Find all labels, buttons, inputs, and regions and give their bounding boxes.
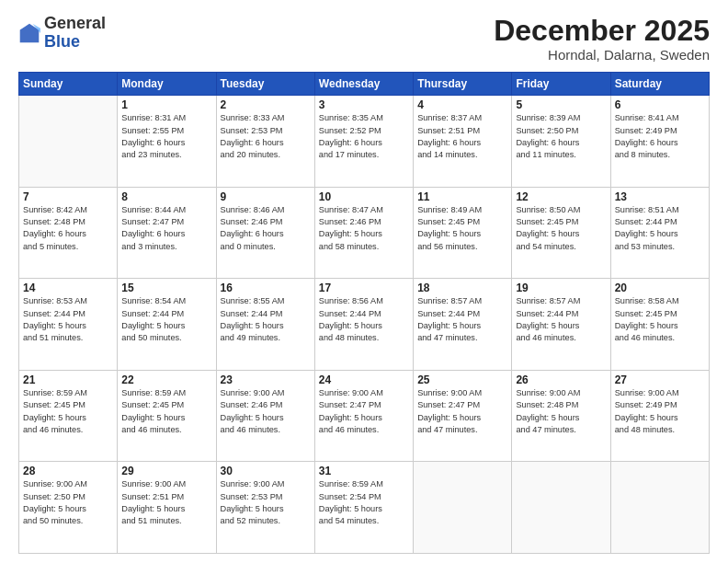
logo-icon — [18, 22, 40, 44]
day-info: Sunrise: 9:00 AM Sunset: 2:50 PM Dayligh… — [23, 478, 113, 527]
day-info: Sunrise: 9:00 AM Sunset: 2:48 PM Dayligh… — [516, 387, 606, 436]
table-row — [19, 96, 118, 188]
calendar-week-1: 1Sunrise: 8:31 AM Sunset: 2:55 PM Daylig… — [19, 96, 710, 188]
day-info: Sunrise: 8:54 AM Sunset: 2:44 PM Dayligh… — [121, 295, 211, 344]
table-row: 16Sunrise: 8:55 AM Sunset: 2:44 PM Dayli… — [216, 279, 314, 371]
day-info: Sunrise: 9:00 AM Sunset: 2:46 PM Dayligh… — [221, 387, 311, 436]
col-wednesday: Wednesday — [314, 73, 413, 96]
day-info: Sunrise: 9:00 AM Sunset: 2:51 PM Dayligh… — [121, 478, 211, 527]
day-info: Sunrise: 8:37 AM Sunset: 2:51 PM Dayligh… — [417, 112, 507, 161]
day-number: 10 — [319, 190, 409, 203]
day-info: Sunrise: 8:39 AM Sunset: 2:50 PM Dayligh… — [516, 112, 606, 161]
table-row: 13Sunrise: 8:51 AM Sunset: 2:44 PM Dayli… — [610, 187, 709, 279]
day-info: Sunrise: 8:53 AM Sunset: 2:44 PM Dayligh… — [23, 295, 113, 344]
day-number: 2 — [221, 98, 311, 111]
day-number: 11 — [417, 190, 507, 203]
col-monday: Monday — [118, 73, 216, 96]
day-number: 13 — [615, 190, 705, 203]
day-number: 21 — [23, 373, 113, 386]
table-row: 4Sunrise: 8:37 AM Sunset: 2:51 PM Daylig… — [414, 96, 512, 188]
day-number: 25 — [417, 373, 507, 386]
day-number: 9 — [221, 190, 311, 203]
table-row: 19Sunrise: 8:57 AM Sunset: 2:44 PM Dayli… — [512, 279, 610, 371]
day-number: 20 — [615, 282, 705, 294]
table-row: 11Sunrise: 8:49 AM Sunset: 2:45 PM Dayli… — [414, 187, 512, 279]
table-row: 29Sunrise: 9:00 AM Sunset: 2:51 PM Dayli… — [118, 462, 216, 554]
table-row: 31Sunrise: 8:59 AM Sunset: 2:54 PM Dayli… — [314, 462, 413, 554]
day-info: Sunrise: 8:47 AM Sunset: 2:46 PM Dayligh… — [319, 204, 409, 253]
table-row: 3Sunrise: 8:35 AM Sunset: 2:52 PM Daylig… — [314, 96, 413, 188]
month-title: December 2025 — [494, 15, 710, 47]
day-number: 24 — [319, 373, 409, 386]
logo-blue: Blue — [44, 32, 80, 51]
header: General Blue December 2025 Horndal, Dala… — [18, 15, 710, 63]
logo: General Blue — [18, 15, 106, 52]
day-number: 28 — [23, 465, 113, 477]
calendar-week-5: 28Sunrise: 9:00 AM Sunset: 2:50 PM Dayli… — [19, 462, 710, 554]
table-row: 26Sunrise: 9:00 AM Sunset: 2:48 PM Dayli… — [512, 370, 610, 462]
day-info: Sunrise: 9:00 AM Sunset: 2:49 PM Dayligh… — [615, 387, 705, 436]
day-number: 29 — [121, 465, 211, 477]
day-number: 5 — [516, 98, 606, 111]
day-number: 15 — [121, 282, 211, 294]
col-sunday: Sunday — [19, 73, 118, 96]
table-row: 25Sunrise: 9:00 AM Sunset: 2:47 PM Dayli… — [414, 370, 512, 462]
col-thursday: Thursday — [414, 73, 512, 96]
day-number: 3 — [319, 98, 409, 111]
day-info: Sunrise: 8:57 AM Sunset: 2:44 PM Dayligh… — [417, 295, 507, 344]
table-row: 2Sunrise: 8:33 AM Sunset: 2:53 PM Daylig… — [216, 96, 314, 188]
day-info: Sunrise: 8:50 AM Sunset: 2:45 PM Dayligh… — [516, 204, 606, 253]
table-row: 30Sunrise: 9:00 AM Sunset: 2:53 PM Dayli… — [216, 462, 314, 554]
day-info: Sunrise: 8:57 AM Sunset: 2:44 PM Dayligh… — [516, 295, 606, 344]
day-info: Sunrise: 9:00 AM Sunset: 2:53 PM Dayligh… — [221, 478, 311, 527]
calendar-week-2: 7Sunrise: 8:42 AM Sunset: 2:48 PM Daylig… — [19, 187, 710, 279]
day-info: Sunrise: 8:51 AM Sunset: 2:44 PM Dayligh… — [615, 204, 705, 253]
table-row: 20Sunrise: 8:58 AM Sunset: 2:45 PM Dayli… — [610, 279, 709, 371]
table-row: 8Sunrise: 8:44 AM Sunset: 2:47 PM Daylig… — [118, 187, 216, 279]
day-number: 4 — [417, 98, 507, 111]
location-subtitle: Horndal, Dalarna, Sweden — [494, 47, 710, 63]
day-info: Sunrise: 8:33 AM Sunset: 2:53 PM Dayligh… — [221, 112, 311, 161]
day-info: Sunrise: 8:44 AM Sunset: 2:47 PM Dayligh… — [121, 204, 211, 253]
day-info: Sunrise: 9:00 AM Sunset: 2:47 PM Dayligh… — [417, 387, 507, 436]
calendar-week-4: 21Sunrise: 8:59 AM Sunset: 2:45 PM Dayli… — [19, 370, 710, 462]
table-row: 7Sunrise: 8:42 AM Sunset: 2:48 PM Daylig… — [19, 187, 118, 279]
table-row: 15Sunrise: 8:54 AM Sunset: 2:44 PM Dayli… — [118, 279, 216, 371]
logo-text: General Blue — [44, 15, 106, 52]
day-number: 7 — [23, 190, 113, 203]
col-tuesday: Tuesday — [216, 73, 314, 96]
logo-general: General — [44, 14, 106, 32]
table-row: 24Sunrise: 9:00 AM Sunset: 2:47 PM Dayli… — [314, 370, 413, 462]
table-row — [610, 462, 709, 554]
day-number: 27 — [615, 373, 705, 386]
day-info: Sunrise: 8:59 AM Sunset: 2:45 PM Dayligh… — [121, 387, 211, 436]
day-info: Sunrise: 8:46 AM Sunset: 2:46 PM Dayligh… — [221, 204, 311, 253]
table-row: 10Sunrise: 8:47 AM Sunset: 2:46 PM Dayli… — [314, 187, 413, 279]
day-info: Sunrise: 8:56 AM Sunset: 2:44 PM Dayligh… — [319, 295, 409, 344]
calendar-header-row: Sunday Monday Tuesday Wednesday Thursday… — [19, 73, 710, 96]
day-number: 6 — [615, 98, 705, 111]
page: General Blue December 2025 Horndal, Dala… — [0, 0, 728, 563]
day-number: 12 — [516, 190, 606, 203]
day-number: 14 — [23, 282, 113, 294]
table-row: 1Sunrise: 8:31 AM Sunset: 2:55 PM Daylig… — [118, 96, 216, 188]
table-row: 12Sunrise: 8:50 AM Sunset: 2:45 PM Dayli… — [512, 187, 610, 279]
day-number: 16 — [221, 282, 311, 294]
day-number: 8 — [121, 190, 211, 203]
table-row: 17Sunrise: 8:56 AM Sunset: 2:44 PM Dayli… — [314, 279, 413, 371]
day-info: Sunrise: 8:55 AM Sunset: 2:44 PM Dayligh… — [221, 295, 311, 344]
day-number: 30 — [221, 465, 311, 477]
table-row: 6Sunrise: 8:41 AM Sunset: 2:49 PM Daylig… — [610, 96, 709, 188]
day-number: 18 — [417, 282, 507, 294]
table-row: 27Sunrise: 9:00 AM Sunset: 2:49 PM Dayli… — [610, 370, 709, 462]
calendar-week-3: 14Sunrise: 8:53 AM Sunset: 2:44 PM Dayli… — [19, 279, 710, 371]
day-number: 26 — [516, 373, 606, 386]
day-number: 22 — [121, 373, 211, 386]
day-info: Sunrise: 8:49 AM Sunset: 2:45 PM Dayligh… — [417, 204, 507, 253]
day-number: 23 — [221, 373, 311, 386]
day-info: Sunrise: 8:31 AM Sunset: 2:55 PM Dayligh… — [121, 112, 211, 161]
day-info: Sunrise: 8:41 AM Sunset: 2:49 PM Dayligh… — [615, 112, 705, 161]
table-row: 9Sunrise: 8:46 AM Sunset: 2:46 PM Daylig… — [216, 187, 314, 279]
table-row — [512, 462, 610, 554]
table-row — [414, 462, 512, 554]
